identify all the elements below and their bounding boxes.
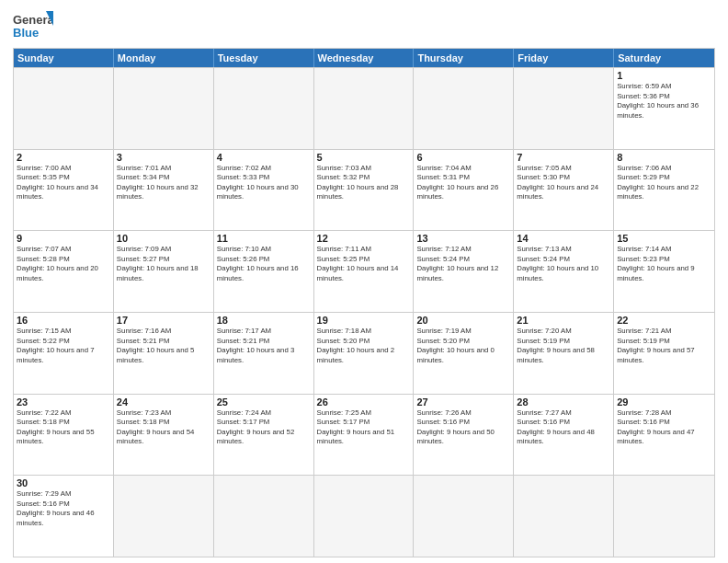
day-info: Sunrise: 7:06 AM Sunset: 5:29 PM Dayligh… xyxy=(617,164,711,202)
day-number: 10 xyxy=(117,233,210,244)
svg-text:Blue: Blue xyxy=(13,26,39,40)
week-row-2: 9Sunrise: 7:07 AM Sunset: 5:28 PM Daylig… xyxy=(14,230,714,312)
day-info: Sunrise: 7:22 AM Sunset: 5:18 PM Dayligh… xyxy=(17,408,110,447)
day-cell-8: 8Sunrise: 7:06 AM Sunset: 5:29 PM Daylig… xyxy=(614,150,714,231)
calendar: SundayMondayTuesdayWednesdayThursdayFrid… xyxy=(13,48,715,557)
day-cell-16: 16Sunrise: 7:15 AM Sunset: 5:22 PM Dayli… xyxy=(14,313,114,394)
day-cell-21: 21Sunrise: 7:20 AM Sunset: 5:19 PM Dayli… xyxy=(514,313,614,394)
day-number: 11 xyxy=(217,233,311,244)
day-cell-14: 14Sunrise: 7:13 AM Sunset: 5:24 PM Dayli… xyxy=(514,231,614,312)
header-cell-monday: Monday xyxy=(114,49,214,67)
calendar-body: 1Sunrise: 6:59 AM Sunset: 5:36 PM Daylig… xyxy=(14,67,714,557)
day-info: Sunrise: 7:27 AM Sunset: 5:16 PM Dayligh… xyxy=(517,408,610,447)
day-info: Sunrise: 7:24 AM Sunset: 5:17 PM Dayligh… xyxy=(217,408,311,447)
day-info: Sunrise: 7:18 AM Sunset: 5:20 PM Dayligh… xyxy=(317,327,411,365)
day-info: Sunrise: 7:07 AM Sunset: 5:28 PM Dayligh… xyxy=(17,245,110,283)
day-cell-25: 25Sunrise: 7:24 AM Sunset: 5:17 PM Dayli… xyxy=(214,395,314,476)
day-number: 21 xyxy=(517,315,610,326)
day-cell-4: 4Sunrise: 7:02 AM Sunset: 5:33 PM Daylig… xyxy=(214,150,314,231)
day-info: Sunrise: 7:25 AM Sunset: 5:17 PM Dayligh… xyxy=(317,408,411,447)
day-info: Sunrise: 7:02 AM Sunset: 5:33 PM Dayligh… xyxy=(217,164,311,202)
day-info: Sunrise: 7:05 AM Sunset: 5:30 PM Dayligh… xyxy=(517,164,610,202)
day-number: 28 xyxy=(517,396,610,408)
day-number: 23 xyxy=(17,396,110,408)
day-info: Sunrise: 7:19 AM Sunset: 5:20 PM Dayligh… xyxy=(416,327,510,365)
day-cell-9: 9Sunrise: 7:07 AM Sunset: 5:28 PM Daylig… xyxy=(14,231,114,312)
day-info: Sunrise: 7:16 AM Sunset: 5:21 PM Dayligh… xyxy=(117,327,210,365)
day-number: 1 xyxy=(617,70,711,81)
day-number: 12 xyxy=(317,233,411,244)
header-cell-saturday: Saturday xyxy=(614,49,714,67)
day-info: Sunrise: 7:13 AM Sunset: 5:24 PM Dayligh… xyxy=(517,245,610,283)
day-cell-17: 17Sunrise: 7:16 AM Sunset: 5:21 PM Dayli… xyxy=(114,313,214,394)
day-info: Sunrise: 7:21 AM Sunset: 5:19 PM Dayligh… xyxy=(617,327,711,365)
day-number: 25 xyxy=(217,396,311,408)
day-number: 18 xyxy=(217,315,311,326)
day-cell-24: 24Sunrise: 7:23 AM Sunset: 5:18 PM Dayli… xyxy=(114,395,214,476)
day-info: Sunrise: 7:03 AM Sunset: 5:32 PM Dayligh… xyxy=(317,164,411,202)
day-cell-1: 1Sunrise: 6:59 AM Sunset: 5:36 PM Daylig… xyxy=(614,68,714,149)
week-row-5: 30Sunrise: 7:29 AM Sunset: 5:16 PM Dayli… xyxy=(14,475,714,557)
day-cell-2: 2Sunrise: 7:00 AM Sunset: 5:35 PM Daylig… xyxy=(14,150,114,231)
day-number: 27 xyxy=(416,396,510,408)
empty-cell-5-5 xyxy=(514,476,614,557)
day-number: 17 xyxy=(117,315,210,326)
day-cell-27: 27Sunrise: 7:26 AM Sunset: 5:16 PM Dayli… xyxy=(414,395,514,476)
day-cell-7: 7Sunrise: 7:05 AM Sunset: 5:30 PM Daylig… xyxy=(514,150,614,231)
header-cell-tuesday: Tuesday xyxy=(214,49,314,67)
day-number: 6 xyxy=(416,152,510,163)
day-info: Sunrise: 7:23 AM Sunset: 5:18 PM Dayligh… xyxy=(117,408,210,447)
day-info: Sunrise: 7:20 AM Sunset: 5:19 PM Dayligh… xyxy=(517,327,610,365)
day-cell-28: 28Sunrise: 7:27 AM Sunset: 5:16 PM Dayli… xyxy=(514,395,614,476)
empty-cell-5-1 xyxy=(114,476,214,557)
logo-svg: General Blue xyxy=(13,9,53,42)
day-cell-29: 29Sunrise: 7:28 AM Sunset: 5:16 PM Dayli… xyxy=(614,395,714,476)
day-info: Sunrise: 7:00 AM Sunset: 5:35 PM Dayligh… xyxy=(17,164,110,202)
day-info: Sunrise: 7:10 AM Sunset: 5:26 PM Dayligh… xyxy=(217,245,311,283)
day-number: 20 xyxy=(416,315,510,326)
day-number: 9 xyxy=(17,233,110,244)
day-cell-19: 19Sunrise: 7:18 AM Sunset: 5:20 PM Dayli… xyxy=(314,313,415,394)
day-cell-30: 30Sunrise: 7:29 AM Sunset: 5:16 PM Dayli… xyxy=(14,476,114,557)
empty-cell-0-5 xyxy=(514,68,614,149)
empty-cell-0-3 xyxy=(314,68,415,149)
day-number: 24 xyxy=(117,396,210,408)
day-info: Sunrise: 7:17 AM Sunset: 5:21 PM Dayligh… xyxy=(217,327,311,365)
empty-cell-0-2 xyxy=(214,68,314,149)
day-number: 8 xyxy=(617,152,711,163)
day-number: 7 xyxy=(517,152,610,163)
empty-cell-5-4 xyxy=(414,476,514,557)
empty-cell-5-6 xyxy=(614,476,714,557)
header: General Blue xyxy=(13,9,715,42)
day-cell-10: 10Sunrise: 7:09 AM Sunset: 5:27 PM Dayli… xyxy=(114,231,214,312)
day-number: 19 xyxy=(317,315,411,326)
day-number: 2 xyxy=(17,152,110,163)
day-info: Sunrise: 7:04 AM Sunset: 5:31 PM Dayligh… xyxy=(416,164,510,202)
day-cell-18: 18Sunrise: 7:17 AM Sunset: 5:21 PM Dayli… xyxy=(214,313,314,394)
svg-text:General: General xyxy=(13,13,53,27)
day-number: 5 xyxy=(317,152,411,163)
day-info: Sunrise: 7:15 AM Sunset: 5:22 PM Dayligh… xyxy=(17,327,110,365)
day-cell-13: 13Sunrise: 7:12 AM Sunset: 5:24 PM Dayli… xyxy=(414,231,514,312)
day-cell-11: 11Sunrise: 7:10 AM Sunset: 5:26 PM Dayli… xyxy=(214,231,314,312)
day-info: Sunrise: 7:12 AM Sunset: 5:24 PM Dayligh… xyxy=(416,245,510,283)
empty-cell-0-0 xyxy=(14,68,114,149)
empty-cell-5-3 xyxy=(314,476,415,557)
day-info: Sunrise: 7:11 AM Sunset: 5:25 PM Dayligh… xyxy=(317,245,411,283)
day-info: Sunrise: 7:14 AM Sunset: 5:23 PM Dayligh… xyxy=(617,245,711,283)
day-cell-22: 22Sunrise: 7:21 AM Sunset: 5:19 PM Dayli… xyxy=(614,313,714,394)
header-cell-thursday: Thursday xyxy=(414,49,514,67)
day-info: Sunrise: 6:59 AM Sunset: 5:36 PM Dayligh… xyxy=(617,82,711,121)
logo: General Blue xyxy=(13,9,53,42)
day-cell-5: 5Sunrise: 7:03 AM Sunset: 5:32 PM Daylig… xyxy=(314,150,415,231)
week-row-1: 2Sunrise: 7:00 AM Sunset: 5:35 PM Daylig… xyxy=(14,149,714,231)
calendar-header-row: SundayMondayTuesdayWednesdayThursdayFrid… xyxy=(14,49,714,67)
header-cell-sunday: Sunday xyxy=(14,49,114,67)
day-info: Sunrise: 7:28 AM Sunset: 5:16 PM Dayligh… xyxy=(617,408,711,447)
day-number: 22 xyxy=(617,315,711,326)
day-info: Sunrise: 7:09 AM Sunset: 5:27 PM Dayligh… xyxy=(117,245,210,283)
day-cell-3: 3Sunrise: 7:01 AM Sunset: 5:34 PM Daylig… xyxy=(114,150,214,231)
day-cell-15: 15Sunrise: 7:14 AM Sunset: 5:23 PM Dayli… xyxy=(614,231,714,312)
week-row-3: 16Sunrise: 7:15 AM Sunset: 5:22 PM Dayli… xyxy=(14,312,714,394)
day-cell-23: 23Sunrise: 7:22 AM Sunset: 5:18 PM Dayli… xyxy=(14,395,114,476)
